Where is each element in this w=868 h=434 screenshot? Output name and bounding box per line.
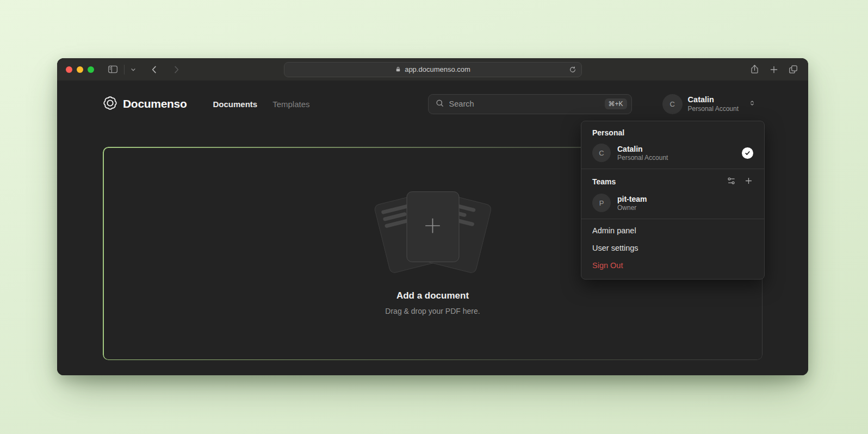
search-box[interactable]: ⌘+K	[428, 94, 632, 114]
manage-teams-icon[interactable]	[727, 176, 736, 187]
menu-item-user-settings[interactable]: User settings	[581, 239, 764, 257]
brand-name: Documenso	[123, 97, 187, 110]
toolbar-divider	[124, 65, 125, 75]
forward-button-icon[interactable]	[171, 65, 181, 75]
personal-account-avatar: C	[592, 144, 611, 162]
url-text: app.documenso.com	[405, 65, 470, 73]
chevrons-up-down-icon	[748, 98, 756, 110]
team-avatar: P	[592, 194, 611, 212]
dropzone-title: Add a document	[396, 290, 469, 301]
team-name: pit-team	[617, 194, 647, 204]
personal-account-subtitle: Personal Account	[617, 154, 668, 162]
window-controls	[66, 66, 94, 73]
personal-section-label: Personal	[581, 121, 764, 141]
close-window-button[interactable]	[66, 66, 72, 73]
back-button-icon[interactable]	[150, 65, 159, 75]
personal-account-row[interactable]: C Catalin Personal Account	[581, 141, 764, 169]
share-icon[interactable]	[749, 64, 760, 75]
menu-item-admin-panel[interactable]: Admin panel	[581, 222, 764, 239]
team-role: Owner	[617, 204, 647, 212]
documenso-logo-icon	[103, 96, 117, 113]
account-avatar: C	[662, 94, 683, 114]
sidebar-caret-icon[interactable]	[130, 66, 137, 73]
account-dropdown-menu: Personal C Catalin Personal Account Team…	[581, 121, 765, 280]
personal-account-name: Catalin	[617, 144, 668, 154]
browser-toolbar: app.documenso.com	[57, 58, 808, 80]
search-input[interactable]	[449, 100, 600, 108]
tab-overview-icon[interactable]	[788, 64, 798, 75]
reload-icon[interactable]	[569, 66, 576, 73]
search-shortcut-badge: ⌘+K	[605, 98, 627, 109]
account-type: Personal Account	[688, 105, 739, 113]
dropzone-subtitle: Drag & drop your PDF here.	[385, 307, 480, 315]
minimize-window-button[interactable]	[77, 66, 83, 73]
main-nav: Documents Templates	[213, 100, 310, 109]
lock-icon	[395, 66, 401, 73]
zoom-window-button[interactable]	[88, 66, 94, 73]
document-cards-illustration	[370, 191, 495, 273]
account-menu-button[interactable]: C Catalin Personal Account	[662, 94, 756, 114]
team-row[interactable]: P pit-team Owner	[581, 191, 764, 219]
nav-item-templates[interactable]: Templates	[272, 100, 309, 109]
teams-section-label: Teams	[592, 177, 616, 186]
upload-plus-icon	[423, 215, 443, 238]
sidebar-toggle-icon[interactable]	[107, 64, 119, 75]
search-icon	[435, 98, 444, 110]
brand[interactable]: Documenso	[103, 96, 187, 113]
new-tab-icon[interactable]	[769, 65, 779, 75]
document-card-center	[406, 191, 459, 262]
menu-item-sign-out[interactable]: Sign Out	[581, 257, 764, 274]
nav-item-documents[interactable]: Documents	[213, 100, 258, 109]
browser-window: app.documenso.com	[57, 58, 808, 375]
address-bar[interactable]: app.documenso.com	[284, 62, 582, 77]
account-name: Catalin	[688, 95, 739, 104]
add-team-icon[interactable]	[744, 176, 753, 187]
selected-check-icon	[742, 147, 753, 159]
